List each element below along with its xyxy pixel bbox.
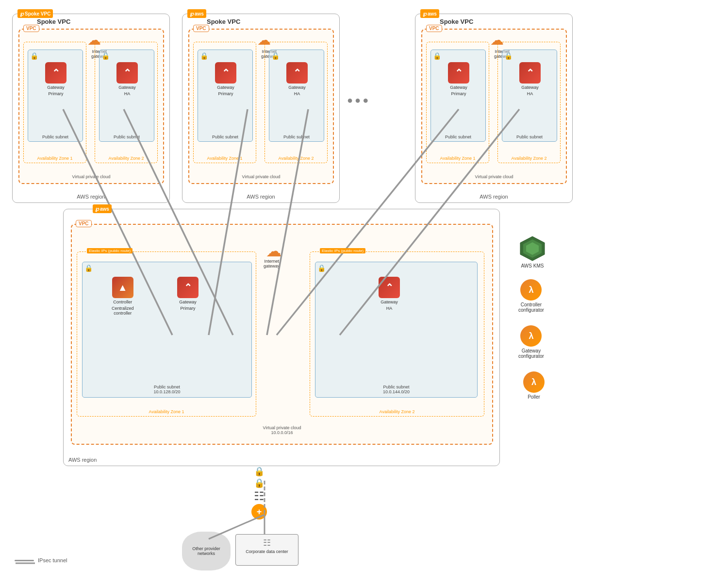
subnet-label-primary-spoke3: Public subnet — [445, 134, 471, 139]
vpc-label-spoke3: VPC — [426, 25, 442, 32]
subnet-label-primary-spoke1: Public subnet — [42, 134, 68, 139]
lock-primary-spoke3: 🔒 — [433, 52, 441, 60]
vpc-label-spoke1: VPC — [23, 25, 39, 32]
az2-label-hub: Availability Zone 2 — [380, 409, 415, 414]
gw-primary-spoke3: ⌃ Gateway Primary — [448, 62, 469, 96]
aws-badge-hub: ℘ aws — [93, 204, 112, 213]
cloud-icon-hub: ☁ — [266, 242, 281, 260]
az1-label-hub: Availability Zone 1 — [149, 409, 184, 414]
az2-label-spoke2: Availability Zone 2 — [279, 156, 314, 161]
spoke1-title: Spoke VPC — [37, 18, 70, 25]
aws-region-spoke3: AWS region — [480, 194, 508, 200]
lock-vpn-1: 🔒 — [254, 466, 265, 477]
region-box-spoke3: ℘ aws Spoke VPC VPC ☁ 🔒 ⌃ Gateway Primar… — [415, 14, 573, 203]
vpc-box-spoke3: VPC ☁ 🔒 ⌃ Gateway Primary Public subnet … — [421, 29, 567, 184]
subnet-primary-spoke2: 🔒 ⌃ Gateway Primary Public subnet — [198, 50, 253, 142]
lock-primary-spoke1: 🔒 — [30, 52, 38, 60]
vpc-inner-label-spoke3: Virtual private cloud — [475, 174, 513, 179]
legend-line — [15, 560, 34, 561]
subnet-label-az2-hub: Public subnet10.0.144.0/20 — [383, 385, 410, 394]
elastic-label-2: Elastic IPs (public route) — [320, 248, 365, 253]
vpc-box-spoke1: VPC ☁ 🔒 ⌃ Gateway Primary — [18, 29, 164, 184]
aws-badge-spoke2: ℘ aws — [187, 9, 206, 18]
gw-primary-spoke2: ⌃ Gateway Primary — [215, 62, 236, 96]
corp-icon: ☷ — [241, 537, 293, 548]
other-provider-cloud: Other provider networks — [182, 532, 231, 570]
subnet-label-ha-spoke1: Public subnet — [114, 134, 140, 139]
lock-vpn-2: 🔒 — [254, 478, 265, 488]
vpc-inner-label-spoke2: Virtual private cloud — [242, 174, 281, 179]
vpc-inner-label-spoke1: Virtual private cloud — [72, 174, 111, 179]
spoke3-title: Spoke VPC — [440, 18, 473, 25]
az1-box-hub: Elastic IPs (public route) 🔒 ▲ Controlle… — [77, 252, 256, 417]
controller-configurator-label: Controllerconfigurator — [518, 302, 544, 313]
az2-box-spoke2: 🔒 ⌃ Gateway HA Public subnet Availabilit… — [265, 42, 328, 163]
az2-box-spoke1: 🔒 ⌃ Gateway HA Public subnet Availabilit… — [95, 42, 158, 163]
corp-datacenter-box: ☷ Corporate data center — [235, 534, 298, 566]
legend-box: IPsec tunnel — [15, 557, 67, 563]
vpc-box-hub: VPC ☁ Internetgateway Elastic IPs (publi… — [71, 224, 493, 445]
gw-ha-spoke3: ⌃ Gateway HA — [519, 62, 541, 96]
gw-ha-spoke1: ⌃ Gateway HA — [116, 62, 138, 96]
lambda-icon-2: λ — [520, 325, 542, 347]
poller-label: Poller — [528, 394, 540, 400]
gateway-configurator-icon: λ Gatewayconfigurator — [518, 325, 544, 359]
vpn-gateway-icon: ☷ — [254, 489, 265, 503]
az1-label-spoke1: Availability Zone 1 — [37, 156, 73, 161]
vpc-label-hub: VPC — [76, 220, 92, 227]
subnet-primary-spoke1: 🔒 ⌃ Gateway Primary Public subnet — [28, 50, 83, 142]
gw-ha-hub: ⌃ Gateway HA — [379, 277, 400, 311]
az1-box-spoke2: 🔒 ⌃ Gateway Primary Public subnet Availa… — [193, 42, 256, 163]
subnet-primary-spoke3: 🔒 ⌃ Gateway Primary Public subnet — [430, 50, 486, 142]
vpn-lock-stack: 🔒 🔒 ☷ + — [251, 466, 267, 520]
az2-box-spoke3: 🔒 ⌃ Gateway HA Public subnet Availabilit… — [497, 42, 561, 163]
subnet-label-primary-spoke2: Public subnet — [212, 134, 238, 139]
az2-label-spoke3: Availability Zone 2 — [512, 156, 547, 161]
lock-az1-hub: 🔒 — [84, 264, 93, 272]
gateway-configurator-label: Gatewayconfigurator — [518, 348, 544, 359]
spoke2-title: Spoke VPC — [207, 18, 240, 25]
az1-box-spoke1: 🔒 ⌃ Gateway Primary Public subnet Availa… — [23, 42, 86, 163]
lock-ha-spoke2: 🔒 — [271, 52, 280, 60]
aws-region-hub: AWS region — [68, 457, 97, 463]
aws-region-spoke1: AWS region — [77, 194, 105, 200]
subnet-label-az1-hub: Public subnet10.0.128.0/20 — [153, 385, 180, 394]
main-canvas: ℘ Spoke VPC Spoke VPC VPC ☁ 🔒 ⌃ — [0, 0, 728, 587]
az1-label-spoke3: Availability Zone 1 — [440, 156, 476, 161]
other-provider-label: Other provider networks — [186, 546, 227, 556]
controller-configurator-icon: λ Controllerconfigurator — [518, 279, 544, 313]
az2-label-spoke1: Availability Zone 2 — [109, 156, 144, 161]
region-box-spoke2: ℘ aws Spoke VPC VPC ☁ 🔒 ⌃ Gateway Primar… — [182, 14, 340, 203]
subnet-ha-spoke3: 🔒 ⌃ Gateway HA Public subnet — [502, 50, 557, 142]
vpc-label-spoke2: VPC — [193, 25, 209, 32]
hub-region-box: ℘ aws VPC ☁ Internetgateway Elastic IPs … — [63, 209, 500, 466]
lock-primary-spoke2: 🔒 — [200, 52, 208, 60]
az1-box-spoke3: 🔒 ⌃ Gateway Primary Public subnet Availa… — [426, 42, 489, 163]
gw-primary-spoke1: ⌃ Gateway Primary — [45, 62, 66, 96]
aws-badge-spoke1: ℘ Spoke VPC — [17, 9, 53, 18]
lock-az2-hub: 🔒 — [317, 264, 326, 272]
vpc-cidr-label: Virtual private cloud10.0.0.0/16 — [263, 425, 301, 435]
gw-ha-spoke2: ⌃ Gateway HA — [286, 62, 308, 96]
elastic-label-1: Elastic IPs (public route) — [87, 248, 132, 253]
subnet-az2-hub: 🔒 ⌃ Gateway HA Public subnet10.0.144.0/2… — [315, 262, 478, 398]
az1-label-spoke2: Availability Zone 1 — [207, 156, 243, 161]
ellipsis: ●●● — [347, 95, 370, 106]
subnet-ha-spoke2: 🔒 ⌃ Gateway HA Public subnet — [269, 50, 324, 142]
az2-box-hub: Elastic IPs (public route) 🔒 ⌃ Gateway H… — [310, 252, 484, 417]
lambda-icon-1: λ — [520, 279, 542, 301]
subnet-az1-hub: 🔒 ▲ Controller Centralizedcontroller ⌃ G… — [82, 262, 252, 398]
vpn-plus-icon: + — [251, 504, 267, 520]
aws-badge-spoke3: ℘ aws — [420, 9, 439, 18]
kms-svg — [519, 235, 546, 262]
lambda-icon-3: λ — [523, 371, 545, 393]
lock-ha-spoke1: 🔒 — [101, 52, 110, 60]
kms-label: AWS KMS — [521, 263, 544, 268]
kms-icon-container: AWS KMS — [519, 235, 546, 268]
corp-label: Corporate data center — [241, 549, 293, 554]
poller-icon: λ Poller — [523, 371, 545, 400]
region-box-spoke1: ℘ Spoke VPC Spoke VPC VPC ☁ 🔒 ⌃ — [12, 14, 170, 203]
gw-primary-hub: ⌃ Gateway Primary — [177, 277, 199, 311]
subnet-label-ha-spoke2: Public subnet — [283, 134, 310, 139]
legend-label: IPsec tunnel — [38, 557, 67, 563]
